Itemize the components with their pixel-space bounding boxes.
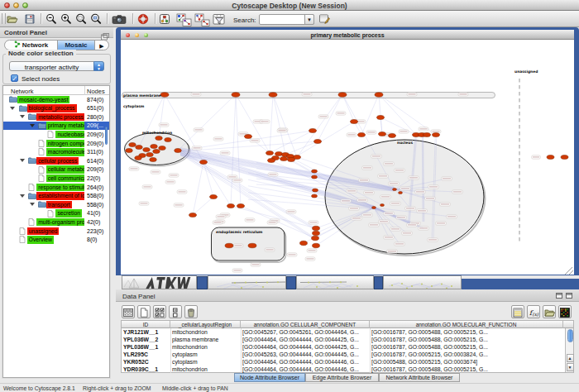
- table-row[interactable]: YPL036W__2plasma membrane[GO:0044464, GO…: [122, 336, 564, 343]
- tree-row[interactable]: cellular metaboli209(0): [3, 165, 109, 174]
- network-edge[interactable]: [361, 94, 379, 135]
- attribute-list-icon[interactable]: [511, 305, 524, 318]
- table-column-header[interactable]: ID: [122, 321, 170, 328]
- tree-row[interactable]: macromolecule me311(0): [3, 148, 109, 157]
- gene-node[interactable]: [314, 140, 322, 144]
- gene-node[interactable]: [300, 241, 308, 246]
- gene-node[interactable]: [151, 145, 158, 149]
- table-cell[interactable]: [GO:0005488, GO:0005215, GO:0003674]: [371, 359, 562, 366]
- gene-node[interactable]: [377, 116, 385, 120]
- gene-node[interactable]: [547, 155, 554, 160]
- network-edge[interactable]: [379, 94, 416, 135]
- network-edge[interactable]: [203, 162, 213, 197]
- gene-node[interactable]: [309, 129, 317, 133]
- gene-node[interactable]: [248, 243, 256, 248]
- table-scrollbar[interactable]: ▲ ▼: [565, 328, 573, 372]
- tree-column-divider[interactable]: [84, 86, 85, 95]
- nucleus-region[interactable]: [325, 140, 484, 254]
- table-cell[interactable]: [GO:0016787, GO:0005488, GO:0005215, G..…: [371, 329, 562, 337]
- tree-column-nodes[interactable]: Nodes: [87, 88, 105, 95]
- gene-node[interactable]: [126, 149, 133, 153]
- search-dropdown-button[interactable]: ▼: [304, 14, 314, 25]
- table-cell[interactable]: mitochondrion: [172, 366, 240, 374]
- tree-row[interactable]: establishment of loc558(0): [3, 192, 109, 201]
- table-cell[interactable]: [GO:0016787, GO:0005488, GO:0005215, G..…: [371, 337, 562, 344]
- zoom-out-icon[interactable]: [45, 13, 57, 25]
- table-row[interactable]: YKR052Ccytoplasm[GO:0044464, GO:0044444,…: [122, 358, 564, 366]
- gene-node[interactable]: [153, 150, 160, 154]
- gene-node[interactable]: [160, 93, 169, 98]
- gene-node[interactable]: [129, 143, 136, 147]
- table-cell[interactable]: [GO:0016787, GO:0005215, GO:0003824, G..…: [371, 351, 562, 359]
- table-cell[interactable]: YKR052C: [123, 359, 170, 366]
- background-view-frame[interactable]: [296, 275, 374, 289]
- tab-network-attribute-browser[interactable]: Network Attribute Browser: [379, 373, 460, 382]
- table-cell[interactable]: [GO:0044464, GO:0044444, GO:0044446, G..…: [242, 366, 369, 374]
- table-cell[interactable]: cytoplasm: [172, 359, 240, 366]
- tree-row[interactable]: cellular process614(0): [3, 156, 109, 165]
- table-row[interactable]: YJR121W__1mitochondrion[GO:0045267, GO:0…: [122, 328, 564, 336]
- gene-node[interactable]: [200, 160, 208, 165]
- tree-row-label[interactable]: multi-organism pro: [36, 218, 84, 227]
- gene-node[interactable]: [313, 226, 320, 231]
- unselect-attributes-icon[interactable]: [169, 305, 182, 318]
- tree-row-label[interactable]: nitrogen compoun: [46, 140, 84, 148]
- snapshot-camera-icon[interactable]: [112, 13, 127, 25]
- network-edge[interactable]: [273, 94, 297, 157]
- gene-node[interactable]: [313, 231, 320, 236]
- tab-edge-attribute-browser[interactable]: Edge Attribute Browser: [305, 373, 379, 382]
- gene-node[interactable]: [351, 120, 358, 124]
- table-scrollbar-thumb[interactable]: [567, 329, 573, 342]
- network-edge[interactable]: [380, 117, 416, 135]
- filter-icon[interactable]: [213, 13, 226, 25]
- tree-expander-icon[interactable]: [10, 107, 15, 110]
- new-attribute-icon[interactable]: [137, 305, 151, 318]
- gene-node[interactable]: [313, 189, 318, 192]
- network-edge[interactable]: [231, 94, 236, 206]
- background-view-frame[interactable]: [208, 275, 286, 289]
- tree-row-label[interactable]: unassigned: [27, 227, 60, 236]
- create-view-icon[interactable]: [176, 13, 192, 25]
- float-panel-icon[interactable]: [556, 293, 562, 299]
- tree-scrollbar-thumb[interactable]: [105, 127, 108, 145]
- tree-row-label[interactable]: metabolic process: [36, 113, 84, 122]
- table-cell[interactable]: [GO:0045267, GO:0045261, GO:0044464, G..…: [242, 329, 369, 337]
- select-nodes-checkbox[interactable]: ✓: [11, 74, 18, 82]
- network-edge[interactable]: [180, 154, 315, 240]
- vizmapper-icon[interactable]: [159, 13, 170, 25]
- gene-node[interactable]: [146, 153, 154, 157]
- gene-node[interactable]: [312, 236, 319, 241]
- tree-expander-icon[interactable]: [20, 194, 25, 198]
- table-cell[interactable]: [GO:0044464, GO:0044444, GO:0044425, G..…: [242, 344, 369, 351]
- background-view-frame[interactable]: [383, 275, 462, 289]
- gene-node[interactable]: [389, 134, 396, 138]
- function-builder-icon[interactable]: f(x): [527, 305, 540, 318]
- scroll-down-button[interactable]: ▼: [567, 363, 574, 371]
- window-titlebar[interactable]: Cytoscape Desktop (New Session): [0, 0, 579, 11]
- tab-network[interactable]: Network: [5, 41, 57, 50]
- gene-node[interactable]: [399, 192, 403, 194]
- tree-row-label[interactable]: nucleobase-cont: [55, 131, 84, 139]
- tree-row[interactable]: unassigned223(0): [3, 227, 109, 236]
- table-column-header[interactable]: annotation.GO MOLECULAR_FUNCTION: [370, 321, 563, 328]
- table-cell[interactable]: [GO:0044464, GO:0044444, GO:0044425, G..…: [242, 337, 369, 344]
- gene-node[interactable]: [232, 93, 240, 98]
- table-cell[interactable]: [GO:0016787, GO:0005488, GO:0005215, G..…: [371, 344, 562, 351]
- table-column-header[interactable]: _cellularLayoutRegion: [170, 321, 241, 328]
- network-edge[interactable]: [270, 94, 273, 153]
- delete-attribute-icon[interactable]: [184, 305, 198, 318]
- tree-row-label[interactable]: transport: [46, 201, 72, 209]
- tree-row-label[interactable]: establishment of loc: [36, 192, 84, 200]
- background-view-frame[interactable]: [122, 275, 197, 289]
- tree-expander-icon[interactable]: [20, 115, 25, 118]
- gene-node[interactable]: [561, 155, 568, 160]
- tree-row-label[interactable]: cellular process: [36, 157, 79, 165]
- more-tabs-button[interactable]: ▶: [95, 41, 108, 50]
- cytoscape-ring-icon[interactable]: [137, 13, 149, 25]
- tree-row-label[interactable]: primary metabolic: [46, 122, 84, 130]
- network-edge[interactable]: [291, 122, 354, 160]
- tree-row[interactable]: transport558(0): [3, 200, 109, 209]
- gene-node[interactable]: [165, 138, 172, 142]
- network-edge[interactable]: [231, 206, 316, 228]
- import-attributes-icon[interactable]: [543, 305, 556, 318]
